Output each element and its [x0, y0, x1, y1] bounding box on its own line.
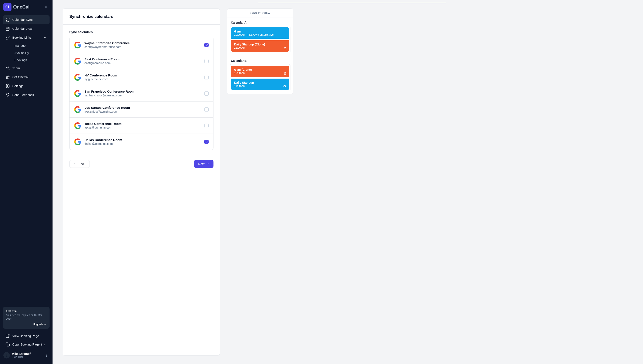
- calendar-name: East Conference Room: [84, 57, 201, 61]
- external-link-icon: [6, 334, 10, 338]
- sidebar-header: 01 OneCal: [3, 3, 50, 11]
- google-icon: [74, 138, 81, 145]
- nav-label: Manage: [15, 44, 26, 47]
- trial-description: Your free trial expires on 07 Mar 2034.: [6, 314, 47, 321]
- trial-box: Free Trial Your free trial expires on 07…: [3, 307, 50, 329]
- calendar-item[interactable]: San Francisco Conference Room sanfrancis…: [70, 85, 213, 102]
- svg-rect-4: [7, 344, 10, 346]
- calendar-name: Texas Conference Room: [84, 122, 201, 126]
- sidebar-sub-manage[interactable]: Manage: [12, 42, 50, 49]
- calendar-info: Wayne Enterprise Conference conf@wayneen…: [84, 41, 201, 49]
- event-title: Daily Standup (Clone): [234, 43, 286, 46]
- preview-calendar-name: Calendar A: [230, 19, 290, 26]
- user-menu-button[interactable]: [44, 353, 49, 358]
- google-icon: [74, 42, 81, 48]
- lock-icon: [284, 72, 286, 75]
- section-title: Sync calendars: [69, 30, 213, 34]
- event-time: 11:00 AM: [234, 46, 286, 49]
- preview-calendar-section: Calendar A Gym 10:00 AM · Flex Gym on 16…: [227, 18, 293, 56]
- calendar-item[interactable]: Dallas Conference Room dallas@acmeinc.co…: [70, 134, 213, 150]
- sidebar-sub-bookings[interactable]: Bookings: [12, 56, 50, 64]
- user-name: Mike Stranulf: [12, 352, 42, 356]
- calendar-item[interactable]: East Conference Room east@acmeinc.com: [70, 53, 213, 69]
- calendar-checkbox[interactable]: [204, 59, 208, 63]
- next-button[interactable]: Next: [194, 160, 213, 168]
- calendar-checkbox[interactable]: [204, 108, 208, 112]
- google-icon: [74, 90, 81, 97]
- svg-point-7: [46, 356, 47, 357]
- logo[interactable]: 01 OneCal: [4, 3, 30, 11]
- sidebar-item-calendar-sync[interactable]: Calendar Sync: [3, 15, 50, 24]
- gift-icon: [6, 75, 10, 79]
- avatar: L: [4, 352, 10, 358]
- back-button[interactable]: Back: [69, 160, 90, 168]
- video-icon: [283, 85, 286, 88]
- calendar-checkbox[interactable]: [204, 43, 208, 47]
- event-title: Daily Standup: [234, 81, 286, 84]
- copy-icon: [6, 342, 10, 346]
- svg-rect-10: [284, 86, 285, 87]
- nav-label: Calendar View: [12, 27, 32, 30]
- view-booking-page-link[interactable]: View Booking Page: [3, 332, 50, 340]
- nav-label: Send Feedback: [12, 93, 34, 97]
- calendar-item[interactable]: Texas Conference Room texas@acmeinc.com: [70, 118, 213, 134]
- svg-point-5: [46, 354, 47, 354]
- card-footer: Back Next: [63, 156, 220, 174]
- sidebar-sub-booking: Manage Availability Bookings: [3, 42, 50, 64]
- nav-label: Bookings: [15, 58, 27, 62]
- event-title: Gym: [234, 30, 286, 33]
- arrow-right-icon: [206, 162, 209, 166]
- sidebar-sub-availability[interactable]: Availability: [12, 49, 50, 56]
- calendar-info: East Conference Room east@acmeinc.com: [84, 57, 201, 65]
- preview-events: Gym (Clone) 10:00 AM Daily Standup 11:00…: [230, 64, 290, 91]
- sync-icon: [6, 18, 10, 22]
- calendar-info: San Francisco Conference Room sanfrancis…: [84, 90, 201, 97]
- chevron-down-icon: [43, 36, 47, 40]
- calendar-name: Wayne Enterprise Conference: [84, 41, 201, 45]
- nav-label: Availability: [15, 51, 29, 54]
- event-time: 10:00 AM · Flex Gym on 16th Ave: [234, 33, 286, 36]
- calendar-checkbox[interactable]: [204, 75, 208, 80]
- calendar-checkbox[interactable]: [204, 140, 208, 144]
- gear-icon: [6, 84, 10, 88]
- preview-event: Daily Standup 11:00 AM: [231, 78, 289, 90]
- link-icon: [6, 36, 10, 40]
- google-icon: [74, 122, 81, 129]
- sidebar-item-team[interactable]: Team: [3, 64, 50, 73]
- sidebar-item-gift[interactable]: Gift OneCal: [3, 73, 50, 82]
- sidebar-item-feedback[interactable]: Send Feedback: [3, 90, 50, 100]
- calendar-item[interactable]: NY Conference Room ny@acmeinc.com: [70, 69, 213, 85]
- team-icon: [6, 66, 10, 70]
- google-icon: [74, 74, 81, 81]
- sidebar: 01 OneCal Calendar Sync Calendar View Bo…: [0, 0, 53, 364]
- sidebar-item-settings[interactable]: Settings: [3, 82, 50, 90]
- upgrade-link[interactable]: Upgrade →: [6, 323, 47, 326]
- calendar-email: sanfrancisco@acmeinc.com: [84, 94, 201, 97]
- logo-mark-text: 01: [6, 5, 10, 9]
- calendar-checkbox[interactable]: [204, 91, 208, 96]
- user-plan: Free Trial: [12, 356, 42, 358]
- sidebar-item-booking-links[interactable]: Booking Links: [3, 33, 50, 42]
- calendar-name: Los Santos Conference Room: [84, 106, 201, 109]
- nav-label: Gift OneCal: [12, 76, 29, 79]
- calendar-name: Dallas Conference Room: [84, 138, 201, 142]
- logo-mark: 01: [4, 3, 12, 11]
- calendar-email: ny@acmeinc.com: [84, 78, 201, 81]
- calendar-checkbox[interactable]: [204, 124, 208, 128]
- next-label: Next: [198, 162, 204, 166]
- copy-booking-page-link[interactable]: Copy Booking Page link: [3, 340, 50, 349]
- trial-title: Free Trial: [6, 310, 47, 312]
- preview-calendar-section: Calendar B Gym (Clone) 10:00 AM Daily St…: [227, 56, 293, 94]
- card-body: Sync calendars Wayne Enterprise Conferen…: [63, 25, 220, 156]
- calendar-name: NY Conference Room: [84, 74, 201, 77]
- sidebar-item-calendar-view[interactable]: Calendar View: [3, 24, 50, 33]
- preview-card: SYNC PREVIEW Calendar A Gym 10:00 AM · F…: [227, 8, 293, 94]
- user-row: L Mike Stranulf Free Trial: [3, 350, 50, 360]
- calendar-item[interactable]: Los Santos Conference Room lossantos@acm…: [70, 102, 213, 118]
- google-icon: [74, 106, 81, 113]
- calendar-email: dallas@acmeinc.com: [84, 142, 201, 146]
- sync-card: Synchronize calendars Sync calendars Way…: [63, 8, 220, 356]
- calendar-item[interactable]: Wayne Enterprise Conference conf@wayneen…: [70, 37, 213, 53]
- collapse-sidebar-button[interactable]: [43, 4, 49, 10]
- google-icon: [74, 58, 81, 64]
